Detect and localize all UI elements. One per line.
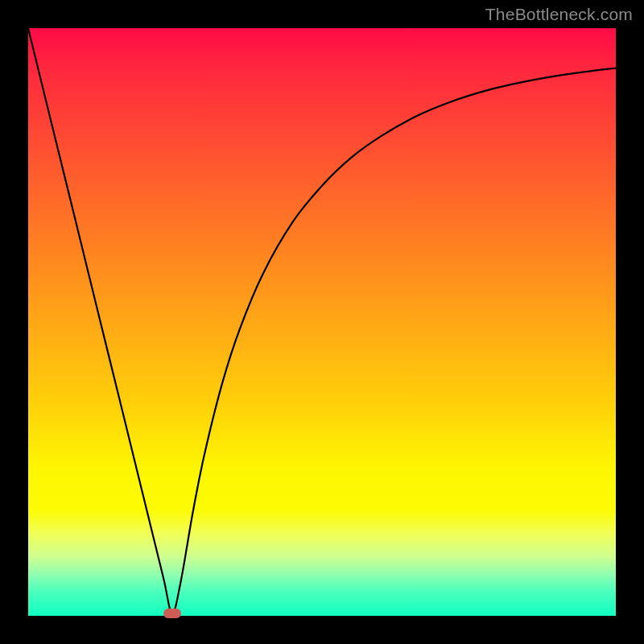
watermark-label: TheBottleneck.com <box>485 5 633 24</box>
optimum-marker <box>163 609 181 618</box>
plot-background <box>28 28 616 616</box>
chart-container: TheBottleneck.com <box>0 0 644 644</box>
